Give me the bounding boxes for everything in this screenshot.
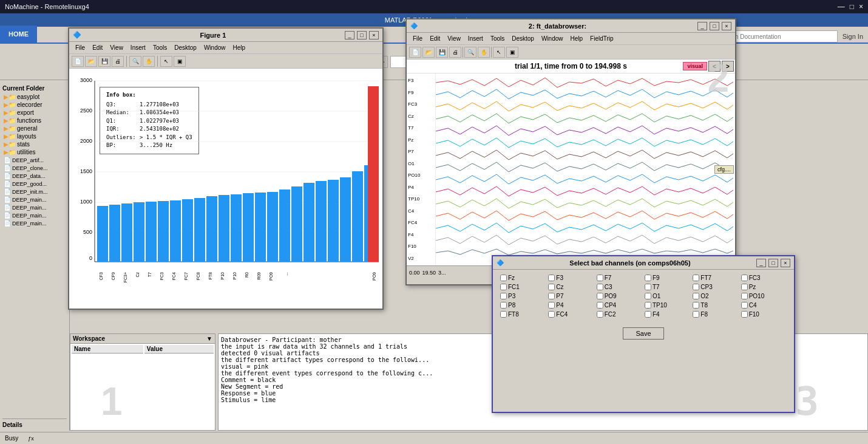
checkbox-F8[interactable] [693,311,699,318]
checkbox-FT7[interactable] [693,275,699,281]
nav-right-top-btn[interactable]: > [722,61,734,72]
file-deep-main1[interactable]: 📄 DEEP_main... [2,196,67,203]
fig-menu-edit[interactable]: Edit [89,44,106,52]
checkbox-TP10[interactable] [645,302,651,309]
folder-layouts[interactable]: ▶📁 layouts [2,132,67,140]
checkbox-F10[interactable] [741,311,748,318]
db-menu-tools[interactable]: Tools [487,35,508,43]
bad-ch-close-btn[interactable]: × [781,259,790,267]
checkbox-FC2[interactable] [597,311,603,318]
fig1-minimize-btn[interactable]: _ [345,31,354,39]
checkbox-P7[interactable] [548,293,555,299]
file-deep-main2[interactable]: 📄 DEEP_main... [2,203,67,211]
db-menu-desktop[interactable]: Desktop [508,35,538,43]
minimize-btn[interactable]: — [838,2,845,11]
fig-menu-view[interactable]: View [106,44,127,52]
file-deep-artif[interactable]: 📄 DEEP_artif... [2,156,67,164]
db-menu-insert[interactable]: Insert [464,35,487,43]
db-toolbar-open[interactable]: 📂 [422,47,435,58]
db-menu-fieldtrip[interactable]: FieldTrip [586,35,617,43]
checkbox-P8[interactable] [500,302,507,309]
checkbox-T8[interactable] [693,302,699,309]
db-menu-file[interactable]: File [409,35,426,43]
checkbox-C4[interactable] [741,302,748,309]
fig-menu-help[interactable]: Help [229,44,249,52]
folder-easyplot[interactable]: ▶📁 easyplot [2,93,67,101]
checkbox-Pz[interactable] [741,284,748,290]
fig-new-btn[interactable]: 📄 [72,56,84,67]
checkbox-C3[interactable] [597,284,603,290]
fig1-maximize-btn[interactable]: □ [357,31,367,39]
file-deep-data[interactable]: 📄 DEEP_data... [2,172,67,180]
visual-button[interactable]: visual [683,62,707,70]
fig-open-btn[interactable]: 📂 [85,56,97,67]
db-menu-help[interactable]: Help [567,35,587,43]
tab-home[interactable]: HOME [0,26,37,43]
file-deep-clone[interactable]: 📄 DEEP_clone... [2,164,67,172]
db-menu-window[interactable]: Window [538,35,567,43]
checkbox-O2[interactable] [693,293,699,299]
checkbox-F7[interactable] [597,275,603,281]
fig-menu-window[interactable]: Window [200,44,229,52]
fig1-close-btn[interactable]: × [369,31,379,39]
checkbox-PO10[interactable] [741,293,748,299]
db-toolbar-pan[interactable]: ✋ [478,47,490,58]
fig-save-btn[interactable]: 💾 [98,56,110,67]
nav-left-top-btn[interactable]: < [708,61,721,72]
checkbox-FC3[interactable] [741,275,748,281]
checkbox-P3[interactable] [500,293,507,299]
databrowser-restore-btn[interactable]: □ [710,22,719,30]
db-toolbar-new[interactable]: 📄 [409,47,421,58]
checkbox-T7[interactable] [645,284,651,290]
save-button[interactable]: Save [623,327,663,340]
checkbox-CP4[interactable] [597,302,603,309]
db-menu-view[interactable]: View [444,35,464,43]
folder-functions[interactable]: ▶📁 functions [2,117,67,125]
fig-menu-desktop[interactable]: Desktop [171,44,200,52]
file-deep-good[interactable]: 📄 DEEP_good... [2,180,67,188]
db-menu-edit[interactable]: Edit [426,35,444,43]
file-deep-main4[interactable]: 📄 DEEP_main... [2,219,67,227]
bad-ch-minimize-btn[interactable]: _ [756,259,766,267]
db-toolbar-save[interactable]: 💾 [436,47,448,58]
checkbox-Cz[interactable] [548,284,555,290]
file-deep-main3[interactable]: 📄 DEEP_main... [2,211,67,219]
fig-menu-insert[interactable]: Insert [127,44,149,52]
maximize-btn[interactable]: □ [850,2,854,11]
checkbox-PO9[interactable] [597,293,603,299]
checkbox-FC1[interactable] [500,284,507,290]
workspace-options-btn[interactable]: ▼ [206,335,212,342]
folder-elecorder[interactable]: ▶📁 elecorder [2,101,67,109]
db-toolbar-insert[interactable]: ▣ [506,47,518,58]
db-toolbar-zoom[interactable]: 🔍 [464,47,476,58]
fig-insert-btn[interactable]: ▣ [174,56,186,67]
folder-general[interactable]: ▶📁 general [2,125,67,132]
checkbox-F4[interactable] [645,311,651,318]
file-deep-init[interactable]: 📄 DEEP_init.m... [2,188,67,196]
folder-export[interactable]: ▶📁 export [2,109,67,117]
bad-ch-restore-btn[interactable]: □ [768,259,778,267]
fig-pan-btn[interactable]: ✋ [143,56,155,67]
folder-utilities[interactable]: ▶📁 utilities [2,148,67,156]
db-toolbar-print[interactable]: 🖨 [449,47,461,58]
folder-stats[interactable]: ▶📁 stats [2,140,67,148]
checkbox-Fz[interactable] [500,275,507,281]
checkbox-FC4[interactable] [548,311,555,318]
fig-print-btn[interactable]: 🖨 [112,56,124,67]
databrowser-minimize-btn[interactable]: _ [697,22,707,30]
fig-cursor-btn[interactable]: ↖ [160,56,172,67]
fig-zoom-btn[interactable]: 🔍 [129,56,141,67]
cfg-button[interactable]: cfg.... [714,165,734,174]
sign-in-link[interactable]: Sign In [843,33,863,40]
checkbox-P4[interactable] [548,302,555,309]
checkbox-FT8[interactable] [500,311,507,318]
checkbox-O1[interactable] [645,293,651,299]
fig-menu-tools[interactable]: Tools [149,44,171,52]
checkbox-F3[interactable] [548,275,555,281]
db-toolbar-cursor[interactable]: ↖ [493,47,505,58]
fig-menu-file[interactable]: File [72,44,89,52]
close-btn[interactable]: × [859,2,863,11]
checkbox-F9[interactable] [645,275,651,281]
databrowser-close-btn[interactable]: × [722,22,731,30]
checkbox-CP3[interactable] [693,284,699,290]
